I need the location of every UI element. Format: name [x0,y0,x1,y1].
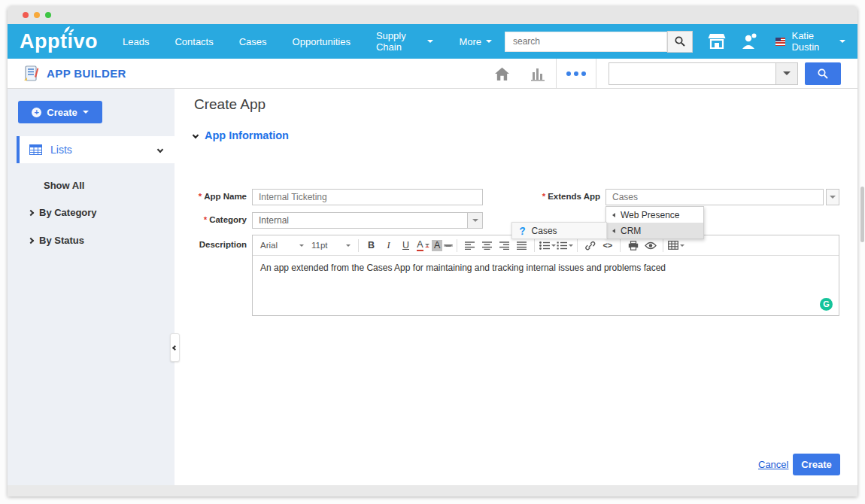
preview-button[interactable] [642,238,659,254]
app-name-label: App Name [175,192,247,201]
more-options-button[interactable] [556,59,596,88]
sidebar-create-button[interactable]: + Create [18,101,102,123]
app-window: Apptivo Leads Contacts Cases Opportuniti… [8,6,857,496]
description-text: An app extended from the Cases App for m… [260,263,666,273]
nav-item-opportunities[interactable]: Opportunities [280,36,363,47]
sidebar: + Create Lists Show All [8,89,175,485]
chevron-down-icon [425,244,429,247]
chevron-down-icon [472,219,478,222]
chevron-down-icon [157,147,163,153]
header-search-button[interactable] [805,62,841,85]
category-select[interactable]: Internal [252,212,483,229]
submenu-left-arrow-icon [612,229,615,233]
align-center-button[interactable] [478,238,496,254]
lists-grid-icon [29,144,42,155]
code-view-button[interactable]: <> [599,238,616,254]
app-header-bar: APP BUILDER [8,59,857,89]
footer-strip [8,485,857,496]
language-flag-icon [775,38,785,46]
top-navbar: Apptivo Leads Contacts Cases Opportuniti… [8,24,857,59]
chevron-down-icon [680,244,684,247]
font-size-select[interactable]: 11pt [308,241,354,250]
chevron-down-icon [444,244,453,247]
sidebar-item-by-status[interactable]: By Status [29,235,175,246]
align-right-button[interactable] [496,238,513,254]
chevron-down-icon [830,196,836,199]
print-button[interactable] [624,238,642,254]
home-button[interactable] [484,59,520,88]
divider [577,239,578,252]
reports-button[interactable] [520,59,556,88]
insert-link-button[interactable] [581,238,599,254]
divider [358,239,359,252]
sidebar-item-lists[interactable]: Lists [17,136,175,163]
chevron-left-icon [172,345,178,350]
chevron-down-icon [569,244,573,247]
italic-button[interactable]: I [380,238,397,254]
align-justify-button[interactable] [513,238,530,254]
global-search-button[interactable] [667,31,693,53]
crm-submenu-item-cases[interactable]: ? Cases [511,222,607,239]
apptivo-logo[interactable]: Apptivo [20,30,98,53]
close-window-icon[interactable] [23,12,29,18]
leaf-icon [62,26,74,34]
logo-text: Apptivo [20,30,98,53]
sidebar-collapse-handle[interactable] [170,333,180,362]
user-menu[interactable]: Katie Dustin [775,30,845,53]
notifications-button[interactable] [741,33,759,50]
category-dropdown-button[interactable] [467,213,482,228]
bold-button[interactable]: B [363,238,380,254]
window-titlebar [8,6,857,24]
text-color-button[interactable]: A [414,238,432,254]
app-name-input[interactable] [252,189,483,205]
nav-item-cases[interactable]: Cases [226,36,280,47]
eye-icon [645,241,657,250]
chevron-down-icon [193,132,199,138]
description-textarea[interactable]: An app extended from the Cases App for m… [253,256,839,315]
underline-button[interactable]: U [397,238,414,254]
dropdown-option-web-presence[interactable]: Web Presence [606,207,703,223]
extends-app-input[interactable] [606,189,824,205]
chevron-down-icon [486,40,492,43]
user-name: Katie Dustin [791,30,833,53]
nav-item-more[interactable]: More [446,36,505,47]
cancel-link[interactable]: Cancel [758,459,788,470]
maximize-window-icon[interactable] [45,12,51,18]
align-left-icon [465,241,475,250]
bar-chart-icon [529,65,547,82]
grammarly-icon[interactable] [820,298,833,311]
submenu-left-arrow-icon [612,213,615,217]
background-color-button[interactable]: A [432,238,453,254]
create-app-button[interactable]: Create [793,454,840,475]
sidebar-item-by-category[interactable]: By Category [29,207,175,218]
app-store-button[interactable] [708,33,726,50]
bullet-list-button[interactable] [539,238,556,254]
extends-app-label: Extends App [498,192,600,201]
page-title: Create App [194,96,266,113]
chevron-down-icon [427,40,433,43]
extends-app-dropdown-menu: Web Presence CRM [606,206,704,239]
global-search-input[interactable] [505,32,667,52]
divider [620,239,621,252]
numbered-list-icon [557,241,567,250]
nav-item-contacts[interactable]: Contacts [162,36,226,47]
align-justify-icon [517,241,527,250]
minimize-window-icon[interactable] [34,12,40,18]
active-indicator [17,136,20,163]
nav-item-leads[interactable]: Leads [110,36,162,47]
extends-app-dropdown-button[interactable] [826,189,839,205]
category-label: Category [175,215,247,224]
align-left-button[interactable] [461,238,478,254]
search-type-dropdown[interactable] [775,63,797,84]
page-scrollbar[interactable] [860,187,864,242]
home-icon [493,66,511,81]
insert-table-button[interactable] [667,238,684,254]
dropdown-option-crm[interactable]: CRM [606,223,703,238]
nav-item-supply-chain[interactable]: Supply Chain [363,30,446,53]
numbered-list-button[interactable] [556,238,573,254]
font-family-select[interactable]: Arial [256,241,308,250]
header-search-input[interactable] [609,63,775,84]
section-app-information[interactable]: App Information [193,129,289,141]
sidebar-item-show-all[interactable]: Show All [44,180,175,191]
create-app-panel: Create App App Information App Name Exte… [175,89,857,485]
